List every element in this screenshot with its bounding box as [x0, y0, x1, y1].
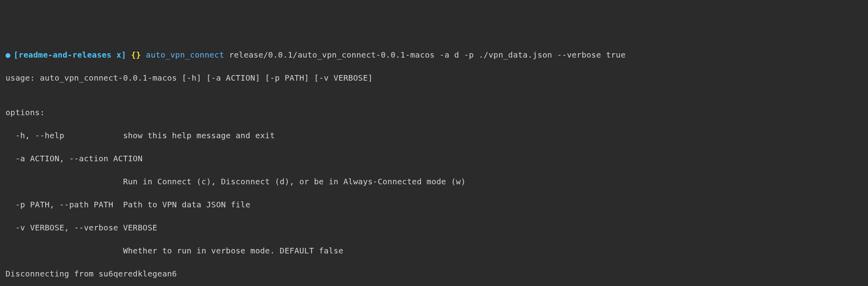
prompt-space: [126, 49, 131, 61]
terminal-output-line: Whether to run in verbose mode. DEFAULT …: [6, 245, 862, 257]
prompt-command: auto_vpn_connect: [146, 49, 224, 61]
prompt-close-bracket: ]: [121, 49, 126, 61]
terminal-output-line: Run in Connect (c), Disconnect (d), or b…: [6, 176, 862, 187]
terminal-output-line: -h, --help show this help message and ex…: [6, 130, 862, 141]
terminal-output-line: options:: [6, 107, 862, 118]
terminal-output-line: Disconnecting from su6qeredklegean6: [6, 268, 862, 280]
prompt-open-bracket: [: [13, 49, 18, 61]
terminal-output-line: usage: auto_vpn_connect-0.0.1-macos [-h]…: [6, 72, 862, 84]
terminal-prompt-line[interactable]: ●[readme-and-releases x] {} auto_vpn_con…: [6, 49, 862, 61]
prompt-space2: [141, 49, 146, 61]
prompt-branch: readme-and-releases x: [19, 49, 121, 61]
terminal-output-line: -a ACTION, --action ACTION: [6, 153, 862, 164]
terminal-output-line: -p PATH, --path PATH Path to VPN data JS…: [6, 199, 862, 211]
prompt-space3: [224, 49, 229, 61]
prompt-args: release/0.0.1/auto_vpn_connect-0.0.1-mac…: [229, 49, 626, 61]
terminal-output-line: -v VERBOSE, --verbose VERBOSE: [6, 222, 862, 234]
prompt-curly: {}: [131, 49, 141, 61]
prompt-bullet-icon: ●: [6, 49, 10, 61]
